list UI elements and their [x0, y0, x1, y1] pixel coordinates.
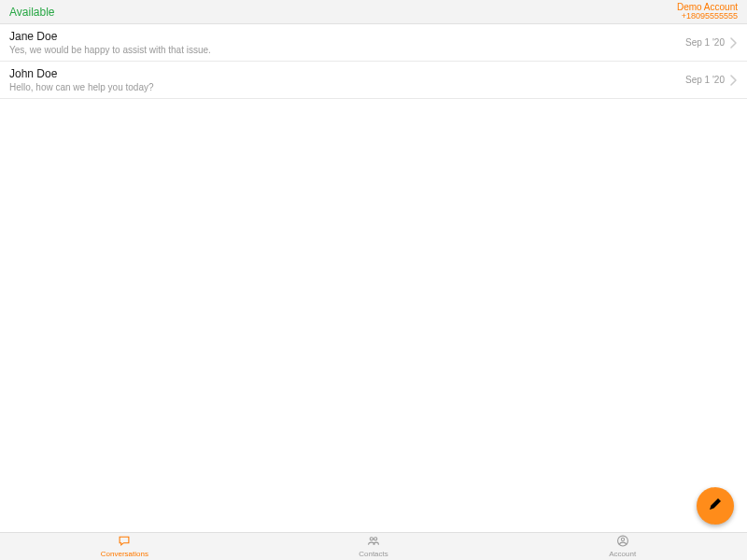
people-icon: [366, 535, 381, 550]
account-info[interactable]: Demo Account +18095555555: [677, 2, 738, 21]
conversation-date: Sep 1 '20: [685, 75, 725, 85]
tab-bar: Conversations Contacts Account: [0, 532, 747, 560]
conversation-item[interactable]: Jane Doe Yes, we would be happy to assis…: [0, 24, 747, 62]
tab-conversations[interactable]: Conversations: [0, 533, 249, 560]
tab-label: Contacts: [359, 550, 388, 558]
conversation-preview: Yes, we would be happy to assist with th…: [9, 45, 685, 55]
account-phone: +18095555555: [677, 12, 738, 21]
conversation-date: Sep 1 '20: [685, 37, 725, 48]
chevron-right-icon: [730, 75, 738, 86]
conversation-name: Jane Doe: [9, 30, 685, 43]
svg-point-3: [621, 538, 624, 540]
conversation-preview: Hello, how can we help you today?: [9, 82, 685, 92]
tab-label: Conversations: [101, 550, 148, 558]
conversation-main: Jane Doe Yes, we would be happy to assis…: [9, 30, 685, 55]
conversation-item[interactable]: John Doe Hello, how can we help you toda…: [0, 62, 747, 99]
pencil-icon: [707, 496, 724, 516]
chevron-right-icon: [730, 37, 738, 49]
conversation-name: John Doe: [9, 67, 685, 80]
conversation-list: Jane Doe Yes, we would be happy to assis…: [0, 24, 747, 99]
header-bar: Available Demo Account +18095555555: [0, 0, 747, 24]
chat-icon: [117, 535, 132, 550]
tab-account[interactable]: Account: [498, 533, 747, 560]
svg-point-1: [374, 538, 377, 540]
account-icon: [615, 535, 630, 550]
tab-label: Account: [609, 550, 636, 558]
availability-status[interactable]: Available: [9, 6, 54, 19]
compose-button[interactable]: [697, 487, 734, 525]
svg-point-0: [370, 538, 373, 540]
conversation-main: John Doe Hello, how can we help you toda…: [9, 67, 685, 92]
tab-contacts[interactable]: Contacts: [249, 533, 499, 560]
